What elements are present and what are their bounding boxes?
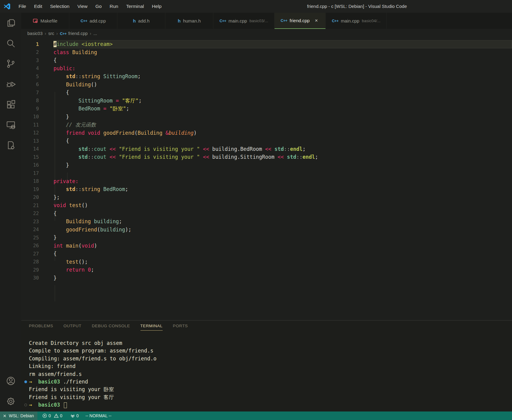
tab-close-icon[interactable]: × <box>313 18 319 24</box>
tab-main.cpp[interactable]: C++main.cppbasic03/... <box>213 13 275 29</box>
tab-main.cpp[interactable]: C++main.cppbasic04/... <box>326 13 387 29</box>
line-number[interactable]: 8 <box>21 98 54 103</box>
line-number[interactable]: 2 <box>21 49 54 55</box>
line-number[interactable]: 12 <box>21 130 54 136</box>
breadcrumb-item-...[interactable]: ... <box>93 31 97 36</box>
line-number[interactable]: 4 <box>21 65 54 71</box>
line-number[interactable]: 19 <box>21 186 54 192</box>
breadcrumb-item-friend.cpp[interactable]: C++friend.cpp <box>60 31 88 36</box>
line-number[interactable]: 18 <box>21 178 54 184</box>
code-line[interactable]: 10 } <box>21 113 512 121</box>
code-line[interactable]: 27{ <box>21 250 512 258</box>
line-number[interactable]: 9 <box>21 106 54 112</box>
line-number[interactable]: 20 <box>21 194 54 200</box>
activitybar-run-debug[interactable] <box>0 74 21 94</box>
panel-tab-output[interactable]: OUTPUT <box>64 324 81 331</box>
line-number[interactable]: 21 <box>21 203 54 208</box>
terminal[interactable]: Create Directory src obj assemCompile to… <box>21 339 512 411</box>
code-line[interactable]: 14 std::cout << "Friend is visiting your… <box>21 145 512 153</box>
line-number[interactable]: 22 <box>21 210 54 216</box>
line-number[interactable]: 13 <box>21 138 54 144</box>
menu-edit[interactable]: Edit <box>30 4 46 9</box>
menu-terminal[interactable]: Terminal <box>122 4 148 9</box>
line-number[interactable]: 7 <box>21 90 54 95</box>
tab-human.h[interactable]: hhuman.h <box>165 13 213 29</box>
line-number[interactable]: 27 <box>21 251 54 257</box>
activitybar-explorer[interactable] <box>0 13 21 33</box>
code-line[interactable]: 24 goodFriend(building); <box>21 226 512 234</box>
code-line[interactable]: 13 { <box>21 137 512 145</box>
code-line[interactable]: 25} <box>21 234 512 242</box>
code-line[interactable]: 11 // 友元函数 <box>21 121 512 129</box>
panel-tab-terminal[interactable]: TERMINAL <box>140 324 163 331</box>
activitybar-accounts[interactable] <box>0 371 21 391</box>
code-line[interactable]: 2class Building <box>21 48 512 57</box>
line-number[interactable]: 30 <box>21 275 54 281</box>
menu-selection[interactable]: Selection <box>46 4 74 9</box>
code-line[interactable]: 5 std::string SittingRoom; <box>21 72 512 81</box>
vim-mode-indicator[interactable]: -- NORMAL -- <box>85 413 112 418</box>
menu-run[interactable]: Run <box>106 4 122 9</box>
tab-add.cpp[interactable]: C++add.cpp <box>69 13 117 29</box>
code-line[interactable]: 28 test(); <box>21 258 512 266</box>
line-number[interactable]: 1 <box>21 41 54 47</box>
line-number[interactable]: 15 <box>21 154 54 160</box>
code-line[interactable]: 19 std::string BedRoom; <box>21 185 512 193</box>
line-number[interactable]: 29 <box>21 267 54 273</box>
command-decoration-icon[interactable] <box>24 380 27 383</box>
tab-add.h[interactable]: hadd.h <box>117 13 165 29</box>
line-number[interactable]: 24 <box>21 227 54 232</box>
code-line[interactable]: 30} <box>21 274 512 282</box>
command-decoration-icon[interactable] <box>24 404 27 406</box>
panel-tab-debug-console[interactable]: DEBUG CONSOLE <box>92 324 130 331</box>
code-line[interactable]: 29 return 0; <box>21 266 512 274</box>
code-editor[interactable]: 1#include <iostream>2class Building3{4pu… <box>21 38 512 320</box>
activitybar-remote-explorer[interactable] <box>0 115 21 135</box>
line-number[interactable]: 16 <box>21 162 54 168</box>
line-number[interactable]: 6 <box>21 82 54 87</box>
code-line[interactable]: 4public: <box>21 64 512 73</box>
activitybar-cpp-tools[interactable] <box>0 135 21 155</box>
code-line[interactable]: 21void test() <box>21 201 512 210</box>
tab-friend.cpp[interactable]: C++friend.cpp× <box>275 13 326 29</box>
line-number[interactable]: 5 <box>21 74 54 79</box>
code-line[interactable]: 6 Building() <box>21 81 512 89</box>
line-number[interactable]: 25 <box>21 235 54 241</box>
line-number[interactable]: 10 <box>21 114 54 120</box>
code-line[interactable]: 15 std::cout << "Friend is visiting your… <box>21 153 512 161</box>
code-line[interactable]: 22{ <box>21 210 512 218</box>
panel-tab-problems[interactable]: PROBLEMS <box>29 324 53 331</box>
line-number[interactable]: 17 <box>21 170 54 176</box>
menu-help[interactable]: Help <box>148 4 166 9</box>
code-line[interactable]: 3{ <box>21 56 512 64</box>
line-number[interactable]: 26 <box>21 243 54 248</box>
code-line[interactable]: 1#include <iostream> <box>21 40 512 48</box>
menu-view[interactable]: View <box>73 4 91 9</box>
code-line[interactable]: 8 SittingRoom = "客厅"; <box>21 97 512 105</box>
code-line[interactable]: 9 BedRoom = "卧室"; <box>21 105 512 113</box>
code-line[interactable]: 16 } <box>21 161 512 169</box>
breadcrumb-item-src[interactable]: src <box>48 31 54 36</box>
code-line[interactable]: 23 Building building; <box>21 217 512 226</box>
menu-file[interactable]: File <box>15 4 30 9</box>
port-forward-status[interactable]: 0 <box>70 413 79 418</box>
problems-status[interactable]: 0 0 <box>42 413 65 418</box>
activitybar-settings[interactable] <box>0 391 21 411</box>
activitybar-source-control[interactable] <box>0 54 21 74</box>
code-line[interactable]: 26int main(void) <box>21 242 512 250</box>
line-number[interactable]: 23 <box>21 219 54 224</box>
tab-Makefile[interactable]: Makefile <box>21 13 69 29</box>
activitybar-search[interactable] <box>0 33 21 54</box>
remote-indicator[interactable]: WSL: Debian <box>0 411 37 420</box>
line-number[interactable]: 3 <box>21 57 54 63</box>
line-number[interactable]: 11 <box>21 122 54 128</box>
code-line[interactable]: 18private: <box>21 177 512 186</box>
line-number[interactable]: 14 <box>21 146 54 152</box>
menu-go[interactable]: Go <box>92 4 106 9</box>
code-line[interactable]: 17 <box>21 169 512 177</box>
code-line[interactable]: 12 friend void goodFriend(Building &buil… <box>21 129 512 137</box>
code-line[interactable]: 20}; <box>21 193 512 202</box>
breadcrumb-item-basic03[interactable]: basic03 <box>27 31 43 36</box>
code-line[interactable]: 7 { <box>21 89 512 97</box>
panel-tab-ports[interactable]: PORTS <box>173 324 188 331</box>
